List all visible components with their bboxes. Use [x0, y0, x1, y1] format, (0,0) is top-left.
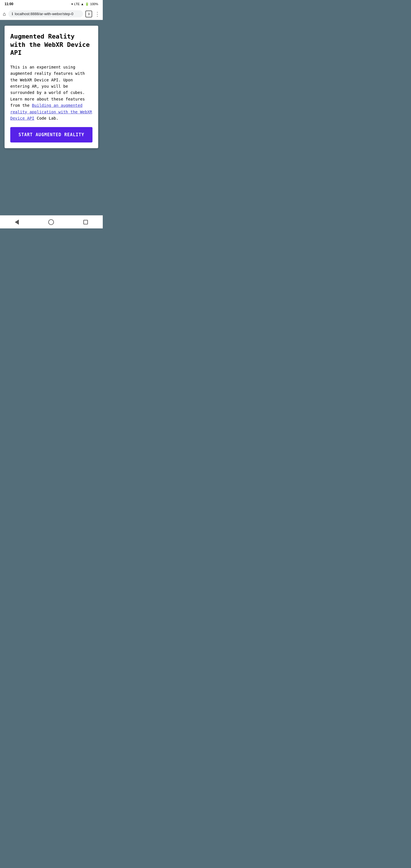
card-body: This is an experiment using augmented re…: [10, 64, 92, 122]
nav-bar: [0, 215, 103, 228]
home-button[interactable]: [42, 217, 60, 227]
battery-icon: 🔋: [85, 2, 89, 6]
recents-button[interactable]: [77, 218, 94, 227]
home-browser-icon[interactable]: ⌂: [3, 11, 6, 17]
status-bar: 11:00 ▾ LTE ▲ 🔋 100%: [0, 0, 103, 8]
tab-badge[interactable]: 3: [85, 10, 92, 18]
browser-bar: ⌂ ℹ localhost:8888/ar-with-webxr/step-0 …: [0, 8, 103, 20]
recents-icon: [83, 220, 88, 224]
main-card: Augmented Reality with the WebXR Device …: [5, 26, 98, 148]
card-body-text2: Code Lab.: [34, 116, 58, 121]
back-icon: [15, 220, 19, 225]
signal-icon: ▲: [81, 2, 84, 6]
home-icon: [48, 219, 54, 225]
url-text: localhost:8888/ar-with-webxr/step-0: [15, 12, 73, 16]
back-button[interactable]: [9, 217, 25, 227]
network-label: LTE: [74, 2, 80, 6]
battery-label: 100%: [90, 2, 98, 6]
wifi-icon: ▾: [71, 2, 73, 6]
page-content: Augmented Reality with the WebXR Device …: [0, 20, 103, 213]
menu-icon[interactable]: ⋮: [94, 10, 100, 18]
card-title: Augmented Reality with the WebXR Device …: [10, 33, 92, 57]
card-body-text1: This is an experiment using augmented re…: [10, 65, 85, 107]
address-bar[interactable]: ℹ localhost:8888/ar-with-webxr/step-0: [8, 10, 83, 18]
start-ar-button[interactable]: START AUGMENTED REALITY: [10, 127, 92, 143]
status-icons: ▾ LTE ▲ 🔋 100%: [71, 2, 98, 6]
info-icon: ℹ: [12, 12, 13, 16]
status-time: 11:00: [5, 2, 13, 6]
